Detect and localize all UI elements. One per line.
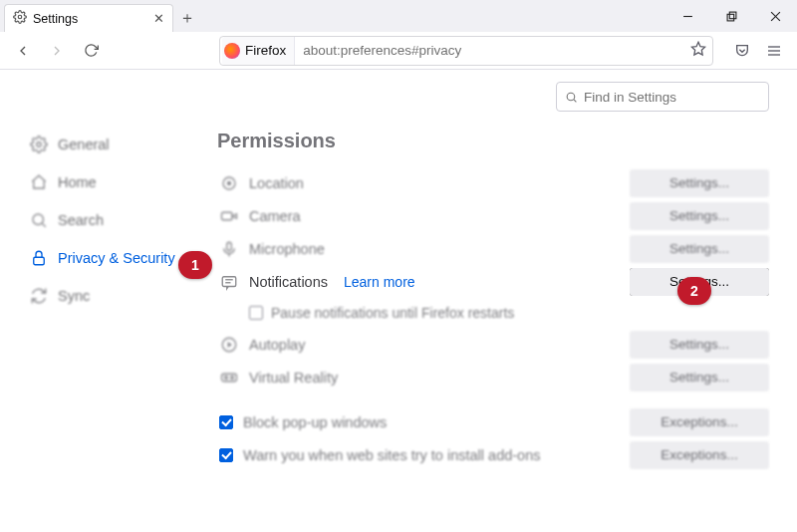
perm-label: Virtual Reality: [249, 370, 338, 386]
find-placeholder: Find in Settings: [584, 90, 676, 105]
perm-row-addons-warn: Warn you when web sites try to install a…: [215, 438, 769, 471]
svg-rect-13: [34, 257, 45, 265]
pocket-icon[interactable]: [727, 36, 757, 66]
svg-point-14: [567, 93, 575, 101]
main-panel: Find in Settings Permissions Location Se…: [199, 70, 797, 532]
sidebar: General Home Search Privacy & Security S…: [0, 70, 199, 532]
perm-row-autoplay: Autoplay Settings...: [215, 328, 769, 361]
svg-point-11: [33, 214, 44, 225]
back-button[interactable]: [8, 36, 38, 66]
pause-notifications-label: Pause notifications until Firefox restar…: [271, 305, 514, 321]
pause-notifications-checkbox[interactable]: [249, 306, 263, 320]
perm-label: Block pop-up windows: [243, 414, 387, 430]
location-settings-button[interactable]: Settings...: [630, 169, 769, 197]
url-text: about:preferences#privacy: [303, 43, 461, 58]
svg-marker-26: [228, 342, 233, 348]
svg-rect-18: [222, 212, 233, 220]
sidebar-item-sync[interactable]: Sync: [30, 277, 199, 315]
sidebar-item-label: General: [58, 136, 110, 152]
sidebar-item-label: Privacy & Security: [58, 250, 175, 266]
notifications-icon: [219, 272, 239, 292]
addons-exceptions-button[interactable]: Exceptions...: [630, 441, 769, 469]
svg-point-10: [37, 142, 42, 147]
section-title: Permissions: [217, 130, 769, 152]
microphone-icon: [219, 239, 239, 259]
window-close-button[interactable]: [753, 0, 797, 32]
svg-rect-27: [222, 374, 237, 382]
svg-marker-19: [232, 213, 237, 218]
svg-line-12: [42, 223, 45, 226]
browser-tab[interactable]: Settings ✕: [4, 4, 173, 32]
microphone-settings-button[interactable]: Settings...: [630, 235, 769, 263]
vr-icon: [219, 368, 239, 388]
toolbar: Firefox about:preferences#privacy: [0, 32, 797, 70]
block-popups-checkbox[interactable]: [219, 415, 233, 429]
svg-point-0: [18, 15, 22, 19]
find-in-settings-input[interactable]: Find in Settings: [556, 82, 769, 112]
new-tab-button[interactable]: ＋: [173, 4, 201, 32]
vr-settings-button[interactable]: Settings...: [630, 364, 769, 392]
perm-row-microphone: Microphone Settings...: [215, 232, 769, 265]
identity-chip[interactable]: Firefox: [222, 37, 295, 65]
camera-settings-button[interactable]: Settings...: [630, 202, 769, 230]
titlebar: Settings ✕ ＋: [0, 0, 797, 32]
perm-label: Microphone: [249, 241, 325, 257]
svg-point-28: [225, 376, 228, 379]
svg-rect-3: [729, 12, 736, 19]
perm-label: Notifications: [249, 274, 328, 290]
autoplay-settings-button[interactable]: Settings...: [630, 331, 769, 359]
perm-label: Camera: [249, 208, 301, 224]
sidebar-item-label: Sync: [58, 288, 90, 304]
window-controls: [665, 0, 797, 32]
sidebar-item-label: Home: [58, 174, 97, 190]
warn-addons-checkbox[interactable]: [219, 448, 233, 462]
annotation-callout-2: 2: [677, 277, 711, 305]
svg-marker-6: [691, 42, 704, 55]
perm-row-vr: Virtual Reality Settings...: [215, 361, 769, 394]
window-minimize-button[interactable]: [665, 0, 709, 32]
gear-icon: [13, 10, 27, 27]
bookmark-star-icon[interactable]: [690, 41, 706, 60]
svg-line-15: [574, 99, 576, 101]
svg-rect-22: [222, 276, 236, 286]
close-tab-icon[interactable]: ✕: [153, 12, 164, 25]
perm-label: Autoplay: [249, 337, 305, 353]
annotation-callout-1: 1: [178, 251, 212, 279]
sidebar-item-label: Search: [58, 212, 104, 228]
svg-point-17: [228, 181, 231, 184]
svg-rect-20: [227, 242, 232, 250]
perm-row-location: Location Settings...: [215, 166, 769, 199]
learn-more-link[interactable]: Learn more: [344, 274, 415, 290]
identity-label: Firefox: [245, 43, 286, 58]
url-bar[interactable]: Firefox about:preferences#privacy: [219, 36, 713, 66]
firefox-logo-icon: [224, 43, 240, 59]
tab-title: Settings: [33, 12, 78, 26]
svg-point-29: [231, 376, 234, 379]
content: General Home Search Privacy & Security S…: [0, 70, 797, 532]
reload-button[interactable]: [76, 36, 106, 66]
camera-icon: [219, 206, 239, 226]
autoplay-icon: [219, 335, 239, 355]
svg-rect-2: [727, 14, 734, 21]
sidebar-item-search[interactable]: Search: [30, 201, 199, 239]
perm-label: Location: [249, 175, 304, 191]
forward-button[interactable]: [42, 36, 72, 66]
sidebar-item-general[interactable]: General: [30, 126, 199, 163]
menu-icon[interactable]: [759, 36, 789, 66]
perm-row-popups: Block pop-up windows Exceptions...: [215, 405, 769, 438]
window-restore-button[interactable]: [709, 0, 753, 32]
location-icon: [219, 173, 239, 193]
perm-row-camera: Camera Settings...: [215, 199, 769, 232]
popups-exceptions-button[interactable]: Exceptions...: [630, 408, 769, 436]
sidebar-item-home[interactable]: Home: [30, 163, 199, 201]
perm-label: Warn you when web sites try to install a…: [243, 447, 540, 463]
